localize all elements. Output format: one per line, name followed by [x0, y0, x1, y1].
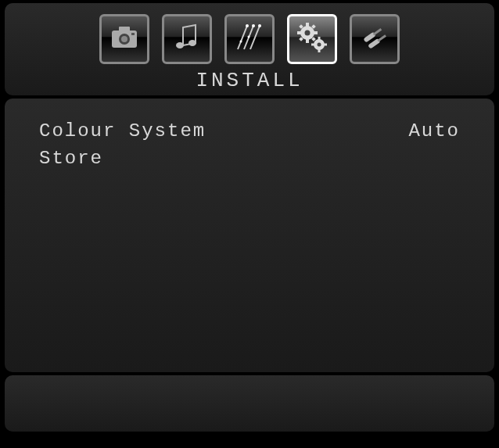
svg-rect-36	[377, 34, 386, 41]
camera-icon	[108, 21, 141, 58]
svg-point-7	[176, 42, 184, 48]
svg-point-16	[248, 35, 250, 38]
svg-point-3	[121, 36, 127, 42]
svg-rect-19	[306, 23, 309, 27]
music-icon	[171, 21, 203, 58]
section-title: INSTALL	[196, 69, 303, 92]
svg-rect-30	[318, 49, 321, 52]
svg-point-8	[188, 40, 196, 46]
tab-sound[interactable]	[162, 14, 212, 64]
svg-point-12	[246, 24, 249, 27]
svg-rect-20	[306, 39, 309, 43]
header-panel: INSTALL	[5, 3, 494, 95]
sparks-icon	[233, 21, 266, 58]
svg-rect-32	[324, 43, 327, 45]
menu-item-colour-system[interactable]: Colour System Auto	[39, 120, 460, 142]
svg-point-14	[258, 24, 261, 27]
svg-point-15	[240, 40, 242, 42]
tab-source[interactable]	[350, 14, 400, 64]
gears-icon	[296, 21, 328, 58]
menu-item-label: Colour System	[39, 120, 206, 142]
menu-item-label: Store	[39, 148, 103, 169]
menu-item-store[interactable]: Store	[39, 148, 460, 169]
svg-rect-22	[314, 31, 318, 34]
svg-point-13	[252, 24, 255, 27]
svg-rect-34	[373, 28, 382, 35]
svg-rect-4	[131, 33, 135, 35]
svg-rect-29	[318, 37, 321, 40]
tab-row	[99, 14, 400, 64]
svg-rect-21	[297, 31, 301, 34]
menu-item-value: Auto	[408, 120, 460, 142]
cables-icon	[358, 21, 391, 58]
svg-rect-31	[311, 43, 314, 45]
tab-features[interactable]	[224, 14, 275, 64]
tab-install[interactable]	[287, 14, 337, 64]
tab-picture[interactable]	[99, 14, 149, 64]
content-panel: Colour System Auto Store	[5, 99, 494, 372]
svg-point-18	[305, 30, 311, 35]
footer-panel	[5, 375, 494, 432]
svg-rect-1	[119, 27, 130, 32]
svg-point-28	[318, 42, 321, 46]
